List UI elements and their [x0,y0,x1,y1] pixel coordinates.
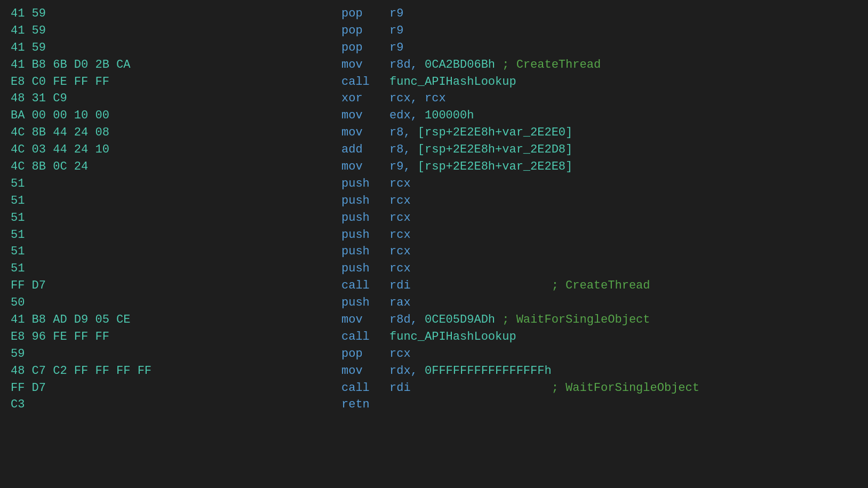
operand-part: r8, [389,143,418,156]
mnemonic-column: call [341,74,389,91]
code-line: 59poprcx [11,346,857,363]
mnemonic-column: xor [341,90,389,107]
operand-part: rcx [389,245,411,258]
code-line: 41 B8 6B D0 2B CAmovr8d, 0CA2BD06Bh ; Cr… [11,57,857,74]
code-line: 51pushrcx [11,227,857,244]
mnemonic-column: mov [341,363,389,380]
mnemonic-column: pop [341,39,389,57]
mnemonic-column: mov [341,311,389,329]
bytes-column: 4C 8B 0C 24 [11,158,235,175]
mnemonic-column: push [341,227,389,244]
code-line: BA 00 00 10 00movedx, 100000h [11,107,857,124]
operand-part: r8d, [389,58,425,71]
mnemonic-column: call [341,329,389,346]
operand-part: r9 [389,24,403,37]
operand-part: rcx [389,228,411,242]
operands-column: r8d, 0CE05D9ADh ; WaitForSingleObject [389,311,650,329]
operands-column: r9 [389,22,403,39]
mnemonic-column: mov [341,107,389,124]
operand-part: [rsp+2E2E8h+var_2E2E0] [418,126,572,139]
operand-part: func_APIHashLookup [389,330,516,343]
disassembly-view: 41 59popr941 59popr941 59popr941 B8 6B D… [11,5,857,413]
bytes-column: 50 [11,294,235,311]
operands-column: rax [389,294,411,311]
code-line: 41 59popr9 [11,39,857,57]
operands-column: rcx [389,346,411,363]
bytes-column: 48 31 C9 [11,90,235,107]
operand-part: r9 [389,7,403,20]
bytes-column: 51 [11,243,235,260]
operand-part: 100000h [425,109,474,122]
operand-part: [rsp+2E2E8h+var_2E2D8] [418,143,572,156]
operands-column: func_APIHashLookup [389,74,516,91]
operand-part: edx, [389,109,425,122]
operand-part: rcx [389,177,411,190]
code-line: E8 C0 FE FF FFcallfunc_APIHashLookup [11,74,857,91]
bytes-column: C3 [11,396,235,413]
operand-part: r9 [389,41,403,54]
mnemonic-column: mov [341,124,389,141]
mnemonic-column: pop [341,22,389,39]
operands-column: rcx [389,243,411,260]
mnemonic-column: call [341,380,389,397]
operands-column: rcx [389,193,411,210]
operand-part: rcx [389,347,411,361]
code-line: 51pushrcx [11,260,857,277]
operands-column: r9, [rsp+2E2E8h+var_2E2E8] [389,158,572,175]
mnemonic-column: retn [341,396,389,413]
bytes-column: 51 [11,260,235,277]
mnemonic-column: mov [341,57,389,74]
operands-column: rdi ; WaitForSingleObject [389,380,699,397]
operand-part: rcx [389,194,411,207]
operand-part: ; CreateThread [411,279,650,292]
code-line: 4C 8B 44 24 08movr8, [rsp+2E2E8h+var_2E2… [11,124,857,141]
operand-part: ; CreateThread [495,58,601,71]
operand-part: r9, [389,160,418,173]
bytes-column: 41 59 [11,22,235,39]
operand-part: rcx [389,211,411,225]
mnemonic-column: push [341,210,389,227]
bytes-column: 4C 03 44 24 10 [11,141,235,158]
bytes-column: FF D7 [11,380,235,397]
operand-part: 0CA2BD06Bh [425,58,495,71]
bytes-column: 41 59 [11,39,235,57]
operands-column: edx, 100000h [389,107,474,124]
bytes-column: 51 [11,227,235,244]
mnemonic-column: add [341,141,389,158]
mnemonic-column: pop [341,346,389,363]
operand-part: r8d, [389,313,425,326]
bytes-column: 51 [11,175,235,193]
operands-column: r9 [389,5,403,22]
bytes-column: E8 96 FE FF FF [11,329,235,346]
bytes-column: FF D7 [11,277,235,294]
bytes-column: 41 B8 6B D0 2B CA [11,57,235,74]
operand-part: [rsp+2E2E8h+var_2E2E8] [418,160,572,173]
code-line: 48 31 C9xorrcx, rcx [11,90,857,107]
operands-column: r8d, 0CA2BD06Bh ; CreateThread [389,57,601,74]
operands-column: r8, [rsp+2E2E8h+var_2E2E0] [389,124,572,141]
operand-part: rdi [389,279,411,292]
code-line: 51pushrcx [11,175,857,193]
operand-part: func_APIHashLookup [389,75,516,89]
mnemonic-column: push [341,243,389,260]
bytes-column: BA 00 00 10 00 [11,107,235,124]
operand-part: rax [389,296,411,309]
mnemonic-column: mov [341,158,389,175]
operand-part: rdx, [389,364,425,378]
code-line: FF D7callrdi ; CreateThread [11,277,857,294]
code-line: 51pushrcx [11,193,857,210]
code-line: 50pushrax [11,294,857,311]
operands-column: rdx, 0FFFFFFFFFFFFFFFFh [389,363,552,380]
operands-column: rcx [389,210,411,227]
operands-column: r8, [rsp+2E2E8h+var_2E2D8] [389,141,572,158]
operand-part: ; WaitForSingleObject [411,381,699,395]
operand-part: r8, [389,126,418,139]
operands-column: rcx [389,175,411,193]
bytes-column: E8 C0 FE FF FF [11,74,235,91]
operand-part: rcx, rcx [389,92,446,105]
bytes-column: 48 C7 C2 FF FF FF FF [11,363,235,380]
mnemonic-column: push [341,260,389,277]
bytes-column: 41 B8 AD D9 05 CE [11,311,235,329]
operands-column: rdi ; CreateThread [389,277,650,294]
mnemonic-column: push [341,294,389,311]
